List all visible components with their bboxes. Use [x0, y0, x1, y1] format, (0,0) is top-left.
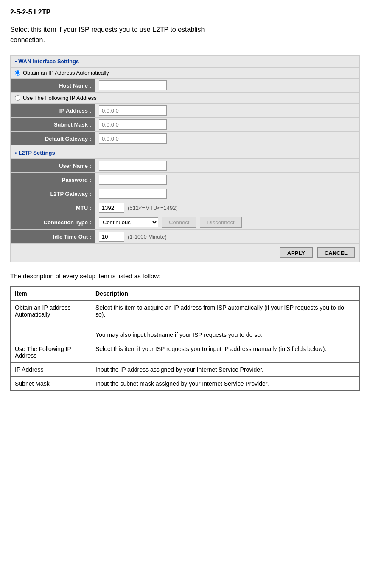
default-gateway-row: Default Gateway :: [11, 131, 359, 145]
connection-type-row: Connection Type : Continuous Connect on …: [11, 215, 359, 229]
table-header-item: Item: [11, 287, 91, 301]
ip-address-row: IP Address :: [11, 103, 359, 117]
connect-button[interactable]: Connect: [162, 217, 196, 228]
password-content: [95, 173, 359, 187]
page-title: 2-5-2-5 L2TP: [10, 8, 360, 16]
default-gateway-label: Default Gateway :: [11, 132, 95, 145]
idle-timeout-input[interactable]: [99, 232, 124, 242]
idle-timeout-row: Idle Time Out : (1-1000 Minute): [11, 229, 359, 243]
gateway-content: [95, 187, 359, 201]
mtu-content: (512<=MTU<=1492): [95, 201, 359, 215]
mtu-row: MTU : (512<=MTU<=1492): [11, 201, 359, 215]
table-cell-item: Obtain an IP address Automatically: [11, 301, 91, 342]
l2tp-bullet: •: [15, 150, 17, 156]
desc-intro: The description of every setup item is l…: [10, 272, 360, 280]
hostname-input[interactable]: [99, 80, 167, 90]
subnet-mask-label: Subnet Mask :: [11, 118, 95, 131]
obtain-auto-radio[interactable]: [15, 70, 20, 76]
table-cell-item: Subnet Mask: [11, 377, 91, 391]
default-gateway-input[interactable]: [99, 133, 167, 144]
username-input[interactable]: [99, 161, 167, 171]
action-row: APPLY CANCEL: [11, 243, 359, 262]
table-cell-item: Use The Following IP Address: [11, 342, 91, 363]
subnet-mask-content: [95, 118, 359, 131]
hostname-row: Host Name :: [11, 78, 359, 92]
l2tp-header-label: L2TP Settings: [18, 150, 55, 156]
ip-address-input[interactable]: [99, 105, 167, 116]
table-row: Subnet MaskInput the subnet mask assigne…: [11, 377, 360, 391]
username-label: User Name :: [11, 159, 95, 172]
hostname-label: Host Name :: [11, 79, 95, 92]
gateway-input[interactable]: [99, 189, 167, 199]
connection-type-select[interactable]: Continuous Connect on Demand Manual: [99, 217, 158, 227]
apply-button[interactable]: APPLY: [280, 247, 313, 258]
password-label: Password :: [11, 173, 95, 187]
table-cell-desc: Input the subnet mask assigned by your I…: [91, 377, 360, 391]
idle-timeout-content: (1-1000 Minute): [95, 230, 359, 243]
gateway-row: L2TP Gateway :: [11, 187, 359, 201]
ip-address-content: [95, 104, 359, 117]
table-cell-desc: Input the IP address assigned by your In…: [91, 363, 360, 377]
username-content: [95, 159, 359, 172]
table-cell-item: IP Address: [11, 363, 91, 377]
table-header-desc: Description: [91, 287, 360, 301]
wan-section-header: • WAN Interface Settings: [11, 56, 359, 67]
password-input[interactable]: [99, 175, 167, 185]
username-row: User Name :: [11, 158, 359, 172]
obtain-auto-row: Obtain an IP Address Automatically: [11, 67, 359, 78]
table-row: Obtain an IP address AutomaticallySelect…: [11, 301, 360, 342]
cancel-button[interactable]: CANCEL: [317, 247, 355, 258]
mtu-hint: (512<=MTU<=1492): [128, 205, 178, 211]
use-following-label: Use The Following IP Address: [23, 95, 97, 101]
disconnect-button[interactable]: Disconnect: [200, 217, 241, 228]
wan-header-label: WAN Interface Settings: [18, 58, 79, 65]
mtu-input[interactable]: [99, 203, 124, 213]
hostname-content: [95, 79, 359, 92]
description-table: Item Description Obtain an IP address Au…: [10, 286, 360, 391]
subnet-mask-row: Subnet Mask :: [11, 117, 359, 131]
connection-type-content: Continuous Connect on Demand Manual Conn…: [95, 215, 359, 229]
intro-text: Select this item if your ISP requests yo…: [10, 25, 360, 45]
password-row: Password :: [11, 172, 359, 187]
subnet-mask-input[interactable]: [99, 119, 167, 130]
default-gateway-content: [95, 132, 359, 145]
wan-bullet: •: [15, 58, 17, 65]
idle-timeout-label: Idle Time Out :: [11, 230, 95, 243]
table-row: Use The Following IP AddressSelect this …: [11, 342, 360, 363]
settings-box: • WAN Interface Settings Obtain an IP Ad…: [10, 55, 360, 262]
l2tp-section-header: • L2TP Settings: [11, 147, 359, 158]
gateway-label: L2TP Gateway :: [11, 187, 95, 201]
mtu-label: MTU :: [11, 201, 95, 215]
use-following-radio[interactable]: [15, 95, 20, 101]
ip-address-label: IP Address :: [11, 104, 95, 117]
connection-type-label: Connection Type :: [11, 215, 95, 229]
table-cell-desc: Select this item to acquire an IP addres…: [91, 301, 360, 342]
table-cell-desc: Select this item if your ISP requests yo…: [91, 342, 360, 363]
idle-timeout-hint: (1-1000 Minute): [128, 234, 167, 240]
obtain-auto-label: Obtain an IP Address Automatically: [23, 70, 109, 76]
use-following-row: Use The Following IP Address: [11, 92, 359, 103]
table-row: IP AddressInput the IP address assigned …: [11, 363, 360, 377]
